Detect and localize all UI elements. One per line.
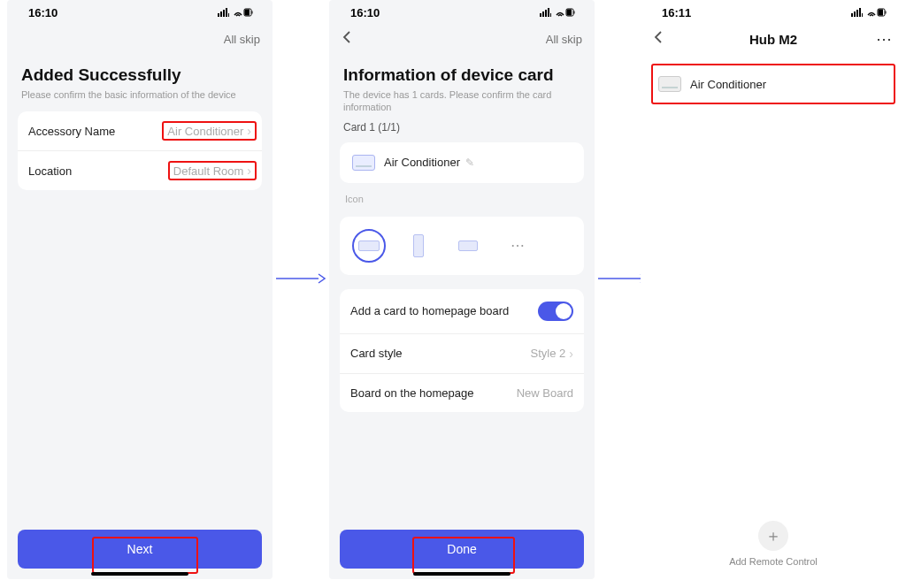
accessory-name-value: Air Conditioner ›	[162, 121, 257, 141]
status-bar: 16:11	[641, 0, 906, 21]
icon-option-ac-tower[interactable]	[402, 229, 435, 263]
screen-added-successfully: 16:10 All skip Added Successfully Please…	[7, 0, 273, 579]
svg-rect-6	[245, 10, 250, 16]
svg-rect-13	[550, 13, 551, 17]
svg-rect-7	[252, 11, 253, 14]
card-style-row[interactable]: Card style Style 2 ›	[340, 333, 584, 373]
icon-option-ac-window[interactable]	[451, 229, 485, 263]
page-heading: Information of device card The device ha…	[329, 57, 595, 116]
device-name-row[interactable]: Air Conditioner ✎	[340, 142, 584, 183]
status-icons	[851, 7, 887, 18]
next-button[interactable]: Next	[18, 530, 262, 569]
card-counter: Card 1 (1/1)	[329, 116, 595, 134]
svg-rect-25	[886, 11, 887, 14]
clock: 16:11	[662, 6, 691, 19]
add-to-homepage-row: Add a card to homepage board	[340, 289, 584, 333]
ac-icon	[352, 155, 375, 171]
edit-icon[interactable]: ✎	[465, 157, 474, 169]
svg-rect-11	[545, 10, 547, 17]
page-subtitle: The device has 1 cards. Please confirm t…	[343, 88, 580, 114]
more-menu-icon[interactable]: ⋯	[876, 29, 894, 49]
svg-rect-22	[862, 13, 863, 17]
accessory-name-row[interactable]: Accessory Name Air Conditioner ›	[18, 111, 262, 150]
all-skip-link[interactable]: All skip	[546, 33, 582, 46]
board-row[interactable]: Board on the homepage New Board	[340, 373, 584, 412]
device-info-card: Accessory Name Air Conditioner › Locatio…	[18, 111, 262, 190]
top-bar: All skip	[329, 21, 595, 57]
chevron-right-icon: ›	[247, 164, 251, 178]
svg-rect-4	[228, 13, 229, 17]
svg-rect-9	[540, 13, 541, 17]
svg-rect-15	[567, 10, 572, 16]
svg-rect-2	[223, 10, 225, 17]
svg-rect-16	[574, 11, 575, 14]
svg-rect-20	[856, 10, 858, 17]
chevron-right-icon: ›	[247, 124, 251, 138]
device-name-card: Air Conditioner ✎	[340, 142, 584, 183]
clock: 16:10	[28, 6, 58, 19]
svg-rect-0	[218, 13, 219, 17]
hub-title: Hub M2	[671, 32, 876, 47]
svg-rect-19	[854, 11, 856, 17]
svg-rect-21	[859, 8, 861, 17]
back-button[interactable]	[342, 30, 359, 48]
svg-rect-18	[851, 13, 853, 17]
done-button[interactable]: Done	[340, 530, 584, 569]
svg-rect-24	[879, 10, 884, 16]
icon-option-more[interactable]: ⋯	[501, 229, 534, 263]
status-icons	[540, 7, 575, 18]
ac-icon	[658, 76, 681, 92]
row-label: Location	[28, 164, 72, 178]
page-title: Information of device card	[343, 65, 580, 85]
page-heading: Added Successfully Please confirm the ba…	[7, 57, 273, 103]
page-title: Added Successfully	[21, 65, 258, 85]
icon-picker-card: ⋯	[340, 217, 584, 275]
top-bar: Hub M2 ⋯	[641, 21, 906, 57]
page-subtitle: Please confirm the basic information of …	[21, 88, 258, 101]
status-icons	[218, 7, 253, 18]
plus-icon: ＋	[758, 521, 788, 551]
svg-rect-12	[548, 8, 549, 17]
add-remote-control[interactable]: ＋ Add Remote Control	[641, 521, 906, 567]
add-to-homepage-toggle[interactable]	[538, 302, 573, 321]
flow-arrow-icon	[276, 270, 326, 287]
location-value: Default Room ›	[168, 161, 257, 180]
back-button[interactable]	[653, 30, 671, 48]
screen-device-card-info: 16:10 All skip Information of device car…	[329, 0, 595, 579]
row-label: Accessory Name	[28, 125, 115, 138]
icon-section-label: Icon	[329, 183, 595, 208]
status-bar: 16:10	[329, 0, 595, 21]
device-list-item[interactable]: Air Conditioner	[651, 64, 895, 104]
icon-option-ac-wall[interactable]	[352, 229, 386, 263]
all-skip-link[interactable]: All skip	[224, 33, 260, 46]
home-indicator	[413, 572, 511, 576]
home-indicator	[91, 572, 188, 576]
svg-rect-10	[542, 11, 544, 17]
chevron-right-icon: ›	[569, 347, 573, 361]
top-bar: All skip	[7, 21, 273, 57]
device-list: Air Conditioner	[641, 57, 906, 111]
svg-rect-3	[226, 8, 227, 17]
card-settings: Add a card to homepage board Card style …	[340, 289, 584, 412]
svg-rect-1	[220, 11, 222, 17]
clock: 16:10	[350, 6, 380, 19]
screen-hub: 16:11 Hub M2 ⋯ Air Conditioner ＋ Add Rem…	[641, 0, 906, 579]
status-bar: 16:10	[7, 0, 273, 21]
location-row[interactable]: Location Default Room ›	[18, 150, 262, 190]
